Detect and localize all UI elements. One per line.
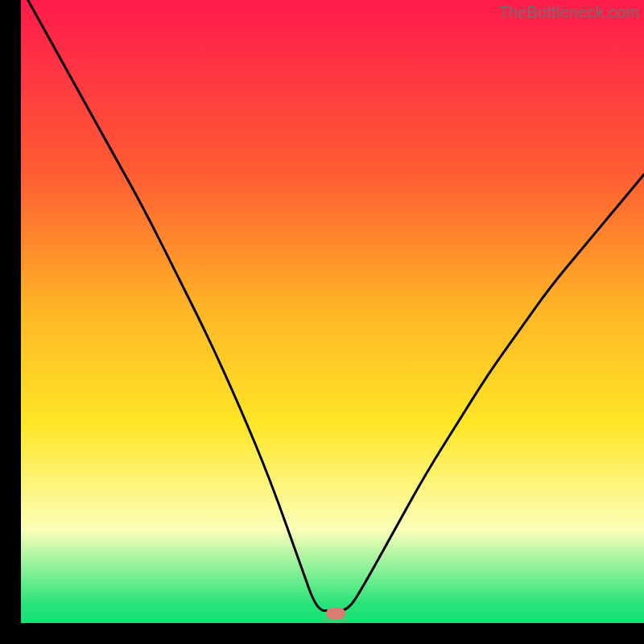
bottleneck-curve — [21, 0, 644, 623]
optimal-marker — [326, 608, 345, 619]
chart-container: TheBottleneck.com — [0, 0, 644, 644]
watermark-text: TheBottleneck.com — [498, 3, 639, 22]
plot-area — [21, 0, 644, 623]
